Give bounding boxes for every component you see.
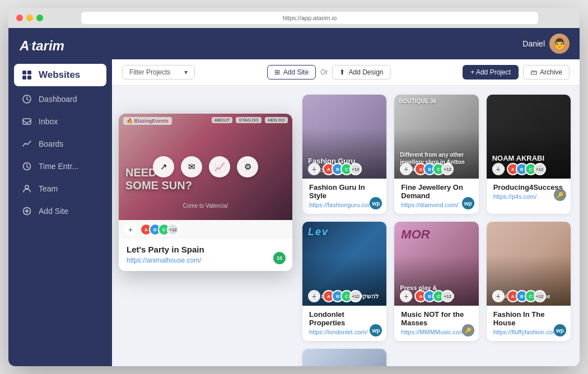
minimize-button[interactable] [26,15,33,21]
add-member-button[interactable]: + [124,223,137,236]
email-icon[interactable]: ✉ [325,255,342,273]
toolbar: Filter Projects ▾ ⊞ Add Site Or ⬆ Add De… [112,59,580,86]
card-thumbnail: Fashion In The House ↗ ✉ 📈 ⚙ + [487,222,571,306]
email-icon[interactable]: ✉ [509,255,526,273]
settings-icon[interactable]: ⚙ [370,255,386,273]
card-info: Music NOT for the Masses https://MMMMusi… [394,306,478,341]
add-design-button[interactable]: ⬆ Add Design [332,65,390,80]
filter-label: Filter Projects [129,68,170,76]
chart-icon[interactable]: 📈 [347,128,364,146]
project-card-music-prod[interactable]: NOAM AKRABIMusic Producer ↗ ✉ 📈 ⚙ + [487,95,571,214]
wp-badge: wp [370,324,382,336]
sidebar-item-label: Add Site [39,207,68,216]
add-member-button[interactable]: + [492,163,505,175]
share-icon[interactable]: ↗ [394,255,411,273]
url-text: https://app.atarim.io [283,15,337,21]
card-bottom: + A B C +12 [302,160,386,179]
sidebar-item-label: Inbox [39,117,58,126]
key-badge: 🔑 [554,189,566,201]
add-member-button[interactable]: + [308,290,320,302]
share-icon[interactable]: ↗ [302,128,319,146]
email-icon[interactable]: ✉ [325,128,342,146]
sidebar: A.tarim Websites [8,28,112,366]
wp-badge: 10 [273,252,286,264]
sidebar-item-boards[interactable]: Boards [14,133,106,155]
email-icon[interactable]: ✉ [417,255,433,273]
add-member-button[interactable]: + [308,163,320,175]
share-icon[interactable]: ↗ [487,255,503,273]
chart-icon[interactable]: 📈 [347,255,364,273]
project-card-fashion-guru[interactable]: Fashion Guru 30% OFF ↗ ✉ 📈 ⚙ [302,95,386,214]
add-project-button[interactable]: + Add Project [463,65,519,80]
grid-icon [22,70,32,80]
close-button[interactable] [16,15,23,21]
add-site-button[interactable]: ⊞ Add Site [267,65,316,80]
maximize-button[interactable] [36,15,43,21]
expanded-card[interactable]: 🔥 BlazingEvents ABOUT STAG DO HEN DO NEE… [119,114,292,271]
key-badge: 🔑 [462,324,474,336]
chart-icon[interactable]: 📈 [439,255,456,273]
expanded-url[interactable]: https://animalhouse.com/ [127,256,284,264]
card-bottom: + A B C +12 [487,287,571,306]
email-icon[interactable]: ✉ [509,128,526,146]
svg-rect-0 [22,71,26,74]
project-card-jewellery[interactable]: BOUTIQUE 36 Different from any other jew… [394,95,478,214]
expanded-title: Let's Party in Spain [127,245,284,254]
sidebar-item-websites[interactable]: Websites [14,64,106,86]
toolbar-middle: ⊞ Add Site Or ⬆ Add Design [267,65,391,80]
card-title: Producing4Success [493,183,564,191]
chart-icon[interactable]: 📈 [531,128,548,146]
sidebar-item-add-site[interactable]: Add Site [14,200,106,222]
site-icon: ⊞ [274,68,280,76]
avatar[interactable]: 👨 [549,34,570,54]
settings-icon[interactable]: ⚙ [370,128,386,146]
share-icon[interactable]: ↗ [302,255,319,273]
share-icon[interactable]: ↗ [394,128,411,146]
card-url[interactable]: https://diamond.com/ [401,202,472,208]
chart-icon[interactable]: 📈 [439,128,456,146]
sidebar-item-label: Time Entr... [39,162,78,171]
archive-button[interactable]: 🗃 Archive [523,65,570,80]
card-title: Fashion Guru In Style [309,183,380,200]
add-member-button[interactable]: + [492,290,505,302]
chart-icon[interactable]: 📈 [531,255,548,273]
project-card-fashion-house[interactable]: Fashion In The House ↗ ✉ 📈 ⚙ + [487,222,571,341]
card-info: Fashion In The House https://fluffyfashi… [487,306,571,341]
browser-window: https://app.atarim.io A.tarim [8,8,580,366]
card-thumbnail: MOR Press play &step into my world ↗ ✉ 📈… [394,222,478,306]
logo[interactable]: A.tarim [8,28,112,63]
browser-chrome: https://app.atarim.io [8,8,580,28]
project-card-gut[interactable]: Your Gut Checklist ↗ ✉ 📈 ⚙ + [302,349,386,366]
settings-icon[interactable]: ⚙ [554,128,571,146]
add-design-label: Add Design [348,68,383,76]
sidebar-item-team[interactable]: Team [14,178,106,199]
chart-icon[interactable]: 📈 [209,156,230,177]
svg-rect-3 [27,76,31,80]
card-bottom: + A B C +12 [487,160,571,179]
settings-icon[interactable]: ⚙ [462,128,479,146]
card-url[interactable]: https://MMMMusic.com/ [401,329,472,335]
card-thumbnail: NOAM AKRABIMusic Producer ↗ ✉ 📈 ⚙ + [487,95,571,179]
settings-icon[interactable]: ⚙ [462,255,479,273]
project-card-londonlet[interactable]: Lev להשקיע בלונדון בשמה שלך ↗ ✉ 📈 ⚙ [302,222,386,341]
email-icon[interactable]: ✉ [417,128,433,146]
address-bar[interactable]: https://app.atarim.io [81,12,538,24]
add-member-button[interactable]: + [400,163,412,175]
filter-dropdown[interactable]: Filter Projects ▾ [122,65,195,80]
traffic-lights [16,15,43,21]
email-icon[interactable]: ✉ [181,156,202,177]
add-member-button[interactable]: + [400,290,412,302]
sidebar-item-inbox[interactable]: Inbox [14,111,106,132]
card-thumbnail: Fashion Guru 30% OFF ↗ ✉ 📈 ⚙ [302,95,386,179]
card-thumbnail: BOUTIQUE 36 Different from any other jew… [394,95,478,179]
settings-icon[interactable]: ⚙ [554,255,571,273]
share-icon[interactable]: ↗ [153,156,174,177]
dashboard-icon [22,94,32,104]
sidebar-item-dashboard[interactable]: Dashboard [14,88,106,110]
svg-rect-1 [27,71,31,74]
share-icon[interactable]: ↗ [487,128,503,146]
user-name: Daniel [522,39,545,48]
sidebar-item-time-entries[interactable]: Time Entr... [14,156,106,177]
settings-icon[interactable]: ⚙ [237,156,258,177]
project-card-mor[interactable]: MOR Press play &step into my world ↗ ✉ 📈… [394,222,478,341]
